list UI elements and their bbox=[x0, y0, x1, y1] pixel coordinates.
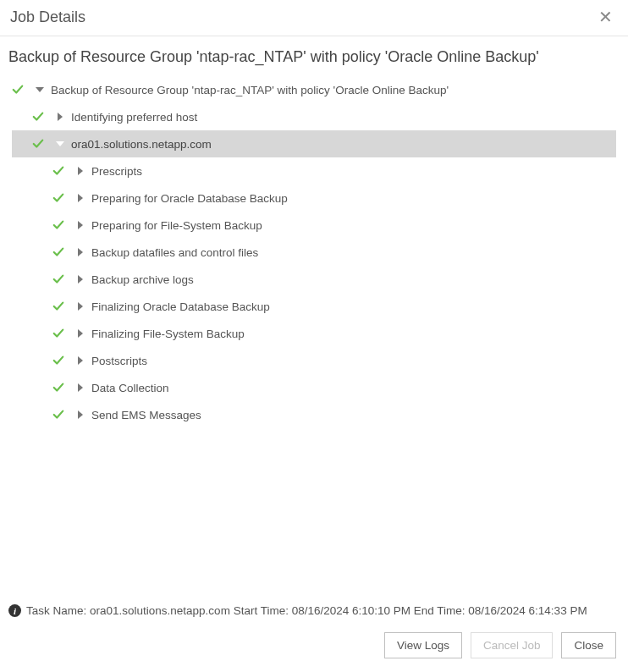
tree-row-label: Finalizing File-System Backup bbox=[91, 328, 616, 340]
tree-row-label: Backup of Resource Group 'ntap-rac_NTAP'… bbox=[51, 84, 616, 96]
close-button[interactable]: Close bbox=[561, 632, 616, 658]
tree-row-identifying[interactable]: Identifying preferred host bbox=[12, 103, 616, 130]
check-icon bbox=[52, 409, 64, 421]
check-icon bbox=[52, 300, 64, 312]
chevron-down-icon[interactable] bbox=[54, 141, 66, 146]
info-icon: i bbox=[8, 604, 21, 617]
tree-row-label: Backup datafiles and control files bbox=[91, 246, 616, 259]
check-icon bbox=[52, 246, 64, 258]
chevron-right-icon[interactable] bbox=[74, 275, 86, 284]
tree-row-step[interactable]: Preparing for Oracle Database Backup bbox=[12, 185, 616, 212]
chevron-right-icon[interactable] bbox=[74, 356, 86, 365]
tree-row-step[interactable]: Prescripts bbox=[12, 157, 616, 185]
tree-row-step[interactable]: Backup archive logs bbox=[12, 266, 616, 293]
spacer bbox=[0, 428, 628, 598]
titlebar: Job Details ✕ bbox=[0, 0, 628, 36]
tree-row-label: Send EMS Messages bbox=[91, 409, 616, 421]
chevron-right-icon[interactable] bbox=[74, 248, 86, 256]
tree-row-label: ora01.solutions.netapp.com bbox=[71, 138, 616, 151]
chevron-right-icon[interactable] bbox=[54, 113, 66, 121]
tree-row-label: Identifying preferred host bbox=[71, 111, 616, 124]
tree-row-step[interactable]: Send EMS Messages bbox=[12, 401, 616, 428]
tree-row-step[interactable]: Postscripts bbox=[12, 347, 616, 374]
chevron-down-icon[interactable] bbox=[34, 87, 46, 92]
check-icon bbox=[52, 328, 64, 339]
chevron-right-icon[interactable] bbox=[74, 194, 86, 202]
content-scroll[interactable]: Backup of Resource Group 'ntap-rac_NTAP'… bbox=[0, 36, 628, 620]
chevron-right-icon[interactable] bbox=[74, 302, 86, 311]
chevron-right-icon[interactable] bbox=[74, 329, 86, 338]
tree-row-label: Prescripts bbox=[91, 165, 616, 178]
tree-row-step[interactable]: Backup datafiles and control files bbox=[12, 239, 616, 266]
window-title: Job Details bbox=[10, 8, 85, 26]
close-icon[interactable]: ✕ bbox=[595, 7, 616, 27]
tree-row-step[interactable]: Preparing for File-System Backup bbox=[12, 212, 616, 239]
tree-row-label: Backup archive logs bbox=[91, 273, 616, 286]
tree-row-host[interactable]: ora01.solutions.netapp.com bbox=[12, 130, 616, 157]
view-logs-button[interactable]: View Logs bbox=[384, 632, 462, 658]
tree-row-label: Postscripts bbox=[91, 355, 616, 367]
job-details-modal: Job Details ✕ Backup of Resource Group '… bbox=[0, 0, 628, 672]
button-bar: View Logs Cancel Job Close bbox=[0, 620, 628, 672]
task-info-text: Task Name: ora01.solutions.netapp.com St… bbox=[26, 604, 587, 617]
cancel-job-button: Cancel Job bbox=[471, 632, 554, 658]
check-icon bbox=[52, 192, 64, 204]
check-icon bbox=[32, 138, 44, 150]
check-icon bbox=[52, 219, 64, 231]
check-icon bbox=[52, 273, 64, 285]
chevron-right-icon[interactable] bbox=[74, 167, 86, 175]
check-icon bbox=[52, 382, 64, 394]
tree-row-step[interactable]: Finalizing File-System Backup bbox=[12, 320, 616, 347]
tree-row-label: Preparing for File-System Backup bbox=[91, 219, 616, 232]
tree-row-root[interactable]: Backup of Resource Group 'ntap-rac_NTAP'… bbox=[12, 76, 616, 103]
job-title: Backup of Resource Group 'ntap-rac_NTAP'… bbox=[0, 36, 628, 76]
check-icon bbox=[32, 111, 44, 123]
chevron-right-icon[interactable] bbox=[74, 410, 86, 419]
chevron-right-icon[interactable] bbox=[74, 383, 86, 392]
tree-row-label: Preparing for Oracle Database Backup bbox=[91, 192, 616, 205]
tree-row-label: Finalizing Oracle Database Backup bbox=[91, 300, 616, 313]
task-info-bar: i Task Name: ora01.solutions.netapp.com … bbox=[0, 598, 628, 620]
chevron-right-icon[interactable] bbox=[74, 221, 86, 229]
tree-row-label: Data Collection bbox=[91, 382, 616, 394]
check-icon bbox=[12, 84, 24, 96]
check-icon bbox=[52, 165, 64, 177]
tree-row-step[interactable]: Finalizing Oracle Database Backup bbox=[12, 293, 616, 320]
check-icon bbox=[52, 355, 64, 366]
job-tree: Backup of Resource Group 'ntap-rac_NTAP'… bbox=[0, 76, 628, 428]
tree-row-step[interactable]: Data Collection bbox=[12, 374, 616, 401]
